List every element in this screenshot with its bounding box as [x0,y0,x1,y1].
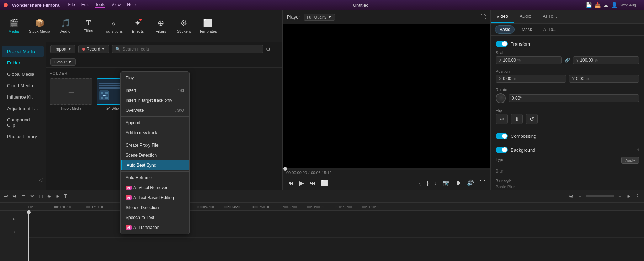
tool-stock[interactable]: 📦 Stock Media [29,19,50,33]
cut-icon[interactable]: ✂ [29,192,36,200]
flip-v-button[interactable]: ⇕ [511,114,523,124]
subtab-mask[interactable]: Mask [517,26,536,33]
more-icon[interactable]: ··· [273,46,278,52]
tool-titles[interactable]: T Titles [81,19,97,33]
volume-icon[interactable]: 🔊 [465,179,475,187]
menu-tools[interactable]: Tools [95,2,105,8]
preview-scrubber[interactable] [283,168,490,170]
sidebar-item-global[interactable]: Global Media [2,69,44,80]
sidebar-item-folder[interactable]: Folder [2,57,44,68]
ctx-proxy[interactable]: Create Proxy File [121,140,189,150]
close-button[interactable] [4,3,8,7]
prev-frame-button[interactable]: ⏮ [286,179,295,187]
tool-transitions[interactable]: ⬦ Transitions [104,19,123,33]
pos-y-field[interactable]: Y 0.00 px [569,75,639,83]
import-button[interactable]: Import ▼ [50,45,75,53]
subtab-basic[interactable]: Basic [495,25,515,34]
filter-icon[interactable]: ⚙ [266,46,271,52]
ctx-insert[interactable]: Insert ⇧⌘I [121,85,189,95]
scale-lock-icon[interactable]: 🔗 [565,58,570,63]
sidebar-item-compound[interactable]: Compound Clip [2,114,44,131]
ctx-translation[interactable]: AI AI Translation [121,223,189,233]
rotate-field[interactable]: 0.00° [509,94,639,102]
in-point-icon[interactable]: { [417,179,422,187]
save-icon[interactable]: 💾 [586,2,592,8]
ctx-beat-sync[interactable]: Auto Beat Sync [121,160,189,170]
fullscreen-icon[interactable]: ⛶ [478,179,487,187]
insert-icon[interactable]: ↓ [433,179,438,187]
redo-icon[interactable]: ↪ [11,192,18,200]
out-point-icon[interactable]: } [425,179,430,187]
ctx-scene[interactable]: Scene Detection [121,150,189,160]
crop-icon[interactable]: ⊡ [38,192,44,200]
ctx-append[interactable]: Append [121,118,189,128]
sidebar-item-photos[interactable]: Photos Library [2,131,44,142]
ctx-vocal[interactable]: AI AI Vocal Remover [121,183,189,193]
stop-button[interactable]: ⬜ [320,179,330,187]
zoom-in-icon[interactable]: ＋ [576,192,584,200]
sidebar-collapse[interactable]: ◁ [39,177,43,183]
menu-view[interactable]: View [111,2,121,8]
tool-templates[interactable]: ⬜ Templates [199,19,217,33]
magnet-icon[interactable]: ⊕ [568,192,574,200]
menu-help[interactable]: Help [127,2,136,8]
tool-audio[interactable]: 🎵 Audio [58,19,74,33]
tool-media[interactable]: 🎬 Media [6,19,22,33]
text-icon[interactable]: T [63,192,68,200]
next-frame-button[interactable]: ⏭ [308,179,317,187]
delete-icon[interactable]: 🗑 [20,192,27,200]
flip-reset-button[interactable]: ↺ [526,114,538,124]
ctx-overwrite[interactable]: Overwrite ⇧⌘O [121,105,189,115]
rotate-dial[interactable] [496,93,506,103]
tool-stickers[interactable]: ⚙ Stickers [176,19,192,33]
ctx-add-track[interactable]: Add to new track [121,128,189,138]
ctx-insert-track[interactable]: Insert in target track only [121,95,189,105]
preview-expand-icon[interactable]: ⛶ [480,14,486,20]
tab-audio[interactable]: Audio [514,10,537,23]
background-toggle[interactable] [496,147,508,153]
cloud-icon[interactable]: ☁ [603,2,608,8]
search-input[interactable] [123,47,260,52]
tool-filters[interactable]: ⊕ Filters [153,19,169,33]
flip-h-button[interactable]: ⇔ [496,114,508,124]
ctx-text-edit[interactable]: AI AI Text Based Editing [121,193,189,203]
scale-x-field[interactable]: X 100.00 % [496,56,562,64]
menu-file[interactable]: File [68,2,75,8]
subtab-ai[interactable]: AI To... [539,26,561,33]
tab-ai[interactable]: AI To... [537,10,563,23]
play-button[interactable]: ▶ [298,178,305,188]
grid-icon[interactable]: ⊞ [626,192,632,200]
add-media-item[interactable]: ＋ Import Media [50,78,92,110]
zoom-out-icon[interactable]: － [616,192,623,200]
zoom-slider[interactable] [586,195,614,197]
ctx-play[interactable]: Play [121,73,189,83]
share-icon[interactable]: 📤 [595,2,601,8]
tool-effects[interactable]: ✦ Effects [130,19,146,33]
ctx-speech[interactable]: Speech-to-Text [121,213,189,223]
record-button[interactable]: Record ▼ [78,45,109,53]
quality-select[interactable]: Full Quality ▼ [304,14,335,21]
pos-x-field[interactable]: X 0.00 px [496,75,566,83]
ai-split-icon[interactable]: ⊞ [54,192,61,200]
user-icon[interactable]: 👤 [611,2,617,8]
undo-icon[interactable]: ↩ [3,192,9,200]
apply-button[interactable]: Apply [621,157,639,164]
sidebar-item-cloud[interactable]: Cloud Media [2,80,44,91]
more-tl-icon[interactable]: ⋮ [634,192,641,200]
color-match-icon[interactable]: ◈ [46,192,52,200]
sidebar-item-adjustment[interactable]: Adjustment L... [2,103,44,114]
snapshot-icon[interactable]: 📷 [441,179,451,187]
sort-button[interactable]: Default ▼ [50,58,76,66]
compositing-toggle[interactable] [496,133,508,139]
ctx-silence[interactable]: Silence Detection [121,203,189,213]
record-ctrl-icon[interactable]: ⏺ [454,179,463,187]
sidebar-item-influence[interactable]: Influence Kit [2,92,44,103]
transform-toggle[interactable] [496,41,508,47]
pos-y-value: 0.00 [576,76,584,81]
scale-y-field[interactable]: Y 100.00 % [573,56,639,64]
sidebar-item-project[interactable]: Project Media [2,46,44,57]
tab-video[interactable]: Video [491,10,514,23]
menu-edit[interactable]: Edit [81,2,89,8]
playhead-handle[interactable] [27,210,31,214]
ctx-reframe[interactable]: Auto Reframe [121,173,189,183]
